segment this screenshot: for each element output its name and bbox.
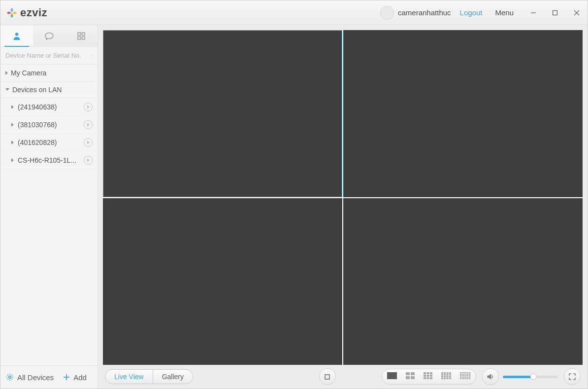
- tab-live-view[interactable]: Live View: [105, 370, 153, 384]
- content: My Camera Devices on LAN (241940638) (38…: [0, 25, 588, 389]
- view-mode-segmented: Live View Gallery: [105, 369, 193, 384]
- svg-rect-54: [460, 375, 462, 376]
- tree-group-lan[interactable]: Devices on LAN: [0, 81, 98, 98]
- window-close-button[interactable]: [566, 0, 588, 25]
- plus-icon: [63, 373, 70, 381]
- fullscreen-button[interactable]: [564, 368, 581, 385]
- add-device-button[interactable]: Add: [63, 373, 87, 382]
- add-device-label: Add: [73, 373, 87, 382]
- layout-5x5-button[interactable]: [459, 371, 472, 383]
- sidebar-tab-devices[interactable]: [0, 25, 33, 46]
- svg-rect-22: [424, 375, 426, 377]
- logout-link[interactable]: Logout: [460, 8, 483, 17]
- tree-item[interactable]: (241940638): [0, 98, 98, 116]
- svg-rect-62: [467, 377, 469, 378]
- svg-rect-29: [444, 372, 446, 374]
- svg-rect-27: [430, 377, 432, 379]
- tree-group-label: Devices on LAN: [12, 86, 62, 94]
- sidebar-tabs: [0, 25, 98, 47]
- sidebar-tab-messages[interactable]: [33, 25, 65, 46]
- svg-rect-16: [411, 372, 415, 375]
- svg-rect-24: [430, 375, 432, 377]
- svg-rect-20: [427, 372, 429, 374]
- window-minimize-button[interactable]: [523, 0, 544, 25]
- volume-thumb[interactable]: [530, 374, 536, 380]
- svg-rect-55: [462, 375, 464, 376]
- search-input[interactable]: [5, 52, 88, 59]
- tree-item[interactable]: (381030768): [0, 116, 98, 134]
- menu-button[interactable]: Menu: [495, 8, 514, 17]
- chevron-right-icon: [5, 71, 8, 75]
- svg-rect-45: [462, 372, 464, 373]
- video-cell[interactable]: [103, 198, 342, 365]
- video-cell[interactable]: [343, 198, 583, 365]
- tree-group-label: My Camera: [11, 69, 46, 77]
- tree-item[interactable]: (401620828): [0, 134, 98, 151]
- video-cell[interactable]: [343, 30, 583, 197]
- svg-rect-35: [449, 374, 451, 376]
- svg-rect-59: [460, 377, 462, 378]
- tree-item-label: (401620828): [18, 139, 80, 146]
- tree-item-label: CS-H6c-R105-1L...: [18, 156, 80, 164]
- all-devices-button[interactable]: All Devices: [5, 373, 54, 382]
- play-icon[interactable]: [84, 138, 93, 147]
- person-icon: [12, 31, 22, 41]
- svg-rect-66: [464, 378, 466, 379]
- svg-rect-38: [447, 376, 449, 377]
- tree-item-label: (241940638): [18, 103, 80, 111]
- logo-mark-icon: [5, 6, 18, 19]
- play-icon[interactable]: [84, 156, 93, 165]
- svg-rect-50: [462, 374, 464, 375]
- sidebar-tab-grid[interactable]: [65, 25, 98, 46]
- chevron-right-icon: [11, 141, 14, 144]
- layout-3x3-button[interactable]: [423, 371, 433, 383]
- stop-icon: [325, 374, 330, 380]
- layout-4x4-button[interactable]: [440, 371, 452, 383]
- tree-item[interactable]: CS-H6c-R105-1L...: [0, 151, 98, 169]
- svg-point-4: [15, 33, 18, 35]
- avatar[interactable]: [380, 6, 394, 20]
- svg-rect-61: [464, 377, 466, 378]
- svg-rect-17: [406, 376, 410, 379]
- svg-rect-25: [424, 377, 426, 379]
- search-icon[interactable]: [91, 51, 93, 60]
- username-label: cameranhatthuc: [398, 8, 451, 17]
- account-area: cameranhatthuc Logout: [380, 6, 482, 20]
- tree-group-my-camera[interactable]: My Camera: [0, 65, 98, 81]
- tab-gallery[interactable]: Gallery: [153, 370, 193, 384]
- svg-rect-47: [467, 372, 469, 373]
- play-icon[interactable]: [84, 103, 93, 111]
- bottom-toolbar: Live View Gallery: [98, 365, 588, 389]
- volume-control: [482, 368, 558, 385]
- svg-rect-6: [82, 33, 85, 35]
- svg-rect-23: [427, 375, 429, 377]
- play-icon[interactable]: [84, 120, 93, 129]
- svg-rect-30: [447, 372, 449, 374]
- svg-rect-40: [441, 378, 443, 379]
- svg-rect-58: [469, 375, 471, 376]
- layout-2x2-button[interactable]: [405, 371, 416, 383]
- svg-rect-43: [449, 378, 451, 379]
- tree-item-label: (381030768): [18, 121, 80, 129]
- svg-rect-37: [444, 376, 446, 377]
- svg-rect-65: [462, 378, 464, 379]
- video-grid: [103, 30, 583, 365]
- volume-slider[interactable]: [503, 376, 558, 378]
- svg-rect-64: [460, 378, 462, 379]
- chevron-right-icon: [11, 158, 14, 162]
- svg-rect-51: [464, 374, 466, 375]
- svg-rect-1: [553, 10, 557, 15]
- svg-line-10: [92, 56, 93, 56]
- volume-button[interactable]: [482, 368, 499, 385]
- window-maximize-button[interactable]: [544, 0, 566, 25]
- titlebar: ezviz cameranhatthuc Logout Menu: [0, 0, 588, 25]
- layout-1x1-button[interactable]: [386, 371, 398, 383]
- video-cell[interactable]: [103, 30, 342, 197]
- sidebar-bottom: All Devices Add: [0, 365, 98, 389]
- svg-rect-41: [444, 378, 446, 379]
- svg-rect-14: [387, 372, 397, 379]
- svg-rect-42: [447, 378, 449, 379]
- svg-rect-48: [469, 372, 471, 373]
- stop-all-button[interactable]: [319, 368, 336, 385]
- chevron-right-icon: [11, 123, 14, 127]
